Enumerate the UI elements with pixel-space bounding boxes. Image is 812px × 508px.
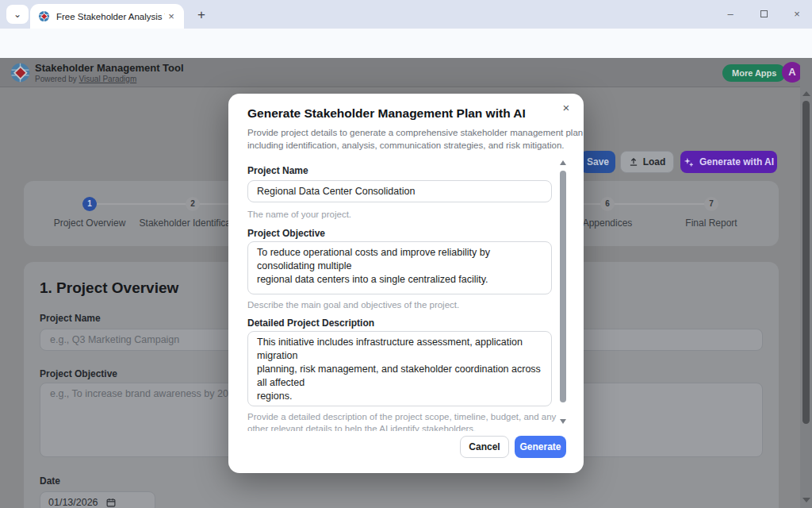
sparkles-icon (684, 157, 694, 167)
modal-project-name-help: The name of your project. (247, 209, 351, 221)
upload-icon (629, 157, 638, 167)
browser-toolbar: ← → ai-toolbox.visual-paradigm.com/app/s… (0, 29, 812, 58)
description-help-line1: Provide a detailed description of the pr… (247, 411, 556, 423)
modal-description-line2: including identification, analysis, comm… (247, 139, 583, 152)
browser-window: ⌄ Free Stakeholder Analysis Tool | × + –… (0, 0, 812, 508)
description-line1: This initiative includes infrastructure … (257, 336, 542, 363)
tab-close-icon[interactable]: × (165, 10, 178, 23)
step-6-circle[interactable]: 6 (600, 197, 615, 211)
generate-ai-label: Generate with AI (699, 156, 774, 167)
objective-line1: To reduce operational costs and improve … (257, 246, 542, 273)
modal-scrollbar-thumb[interactable] (560, 171, 566, 402)
load-button[interactable]: Load (620, 151, 674, 173)
scroll-up-icon[interactable] (802, 91, 810, 96)
calendar-icon[interactable] (106, 498, 116, 507)
modal-scroll-down-icon[interactable] (560, 419, 566, 424)
section-heading: 1. Project Overview (40, 279, 178, 297)
modal-description-line1: Provide project details to generate a co… (247, 126, 583, 139)
modal-project-name-label: Project Name (247, 165, 308, 176)
description-help-line2: other relevant details to help the AI id… (247, 423, 556, 431)
generate-with-ai-button[interactable]: Generate with AI (680, 151, 777, 173)
date-value: 01/13/2026 (48, 497, 98, 508)
more-apps-button[interactable]: More Apps (722, 64, 786, 82)
modal-project-name-input[interactable]: Regional Data Center Consolidation (247, 180, 552, 202)
modal-detailed-description-help: Provide a detailed description of the pr… (247, 411, 556, 431)
powered-by-prefix: Powered by (35, 75, 79, 83)
date-input[interactable]: 01/13/2026 (40, 491, 155, 508)
modal-project-objective-help: Describe the main goal and objectives of… (247, 299, 459, 311)
chevron-down-icon: ⌄ (13, 9, 21, 20)
tab-strip: ⌄ Free Stakeholder Analysis Tool | × + –… (0, 0, 812, 29)
modal-title: Generate Stakeholder Management Plan wit… (247, 106, 526, 121)
visual-paradigm-logo (10, 62, 31, 83)
modal-project-objective-label: Project Objective (247, 228, 325, 239)
description-line3: regions. (257, 390, 542, 403)
window-maximize-button[interactable] (752, 5, 776, 24)
modal-close-icon[interactable]: × (558, 100, 574, 116)
step-1-circle[interactable]: 1 (82, 197, 97, 211)
visual-paradigm-link[interactable]: Visual Paradigm (79, 75, 137, 83)
project-objective-label: Project Objective (40, 368, 117, 379)
step-2-circle[interactable]: 2 (186, 197, 200, 211)
step-7-circle[interactable]: 7 (704, 197, 718, 211)
maximize-icon (760, 10, 768, 17)
date-label: Date (40, 475, 60, 487)
generate-button[interactable]: Generate (515, 436, 566, 458)
page-scrollbar-thumb[interactable] (802, 101, 810, 424)
modal-scroll-up-icon[interactable] (560, 160, 566, 165)
window-close-button[interactable]: × (785, 5, 809, 24)
app-header: Stakeholder Management Tool Powered by V… (0, 58, 812, 87)
modal-description: Provide project details to generate a co… (247, 126, 583, 152)
scroll-down-icon[interactable] (802, 498, 810, 502)
powered-by: Powered by Visual Paradigm (35, 75, 136, 83)
window-minimize-button[interactable]: – (718, 5, 742, 24)
objective-line2: regional data centers into a single cent… (257, 273, 542, 287)
modal-scrollbar[interactable] (558, 157, 568, 431)
save-button[interactable]: Save (580, 151, 615, 173)
generate-plan-modal: × Generate Stakeholder Management Plan w… (228, 94, 584, 473)
modal-project-objective-textarea[interactable]: To reduce operational costs and improve … (247, 241, 552, 294)
cancel-button[interactable]: Cancel (460, 436, 509, 458)
description-line2: planning, risk management, and stakehold… (257, 363, 542, 390)
page-scrollbar[interactable] (800, 58, 812, 508)
page-title: Stakeholder Management Tool (35, 62, 184, 74)
browser-tab[interactable]: Free Stakeholder Analysis Tool | × (30, 4, 184, 29)
favicon-icon (38, 10, 50, 22)
tab-title: Free Stakeholder Analysis Tool | (56, 12, 165, 21)
project-name-label: Project Name (40, 313, 101, 324)
load-label: Load (643, 156, 666, 167)
modal-scroll-area: Project Name Regional Data Center Consol… (228, 156, 584, 431)
step-7-label: Final Report (648, 217, 775, 229)
new-tab-button[interactable]: + (192, 6, 211, 25)
modal-detailed-description-label: Detailed Project Description (247, 318, 374, 329)
modal-detailed-description-textarea[interactable]: This initiative includes infrastructure … (247, 331, 552, 406)
tab-search-button[interactable]: ⌄ (6, 5, 29, 24)
